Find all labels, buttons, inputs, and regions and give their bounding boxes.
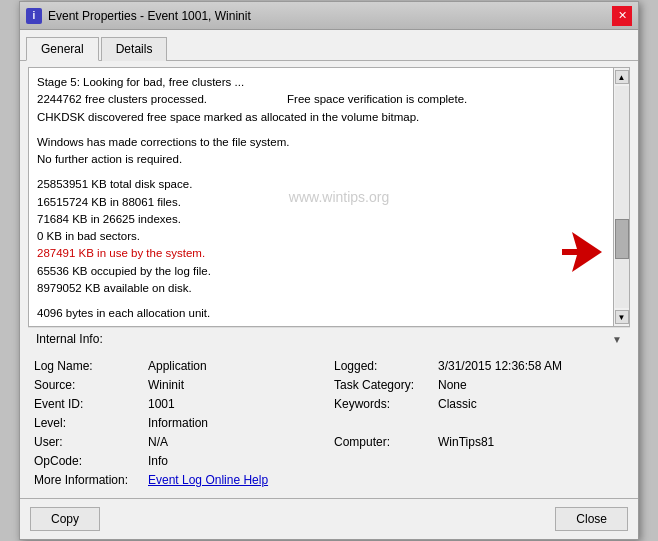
task-category-label: Task Category: xyxy=(334,377,434,393)
window-icon: i xyxy=(26,8,42,24)
scroll-up-button[interactable]: ▲ xyxy=(615,70,629,84)
log-name-value: Application xyxy=(144,358,334,374)
window-title: Event Properties - Event 1001, Wininit xyxy=(48,9,251,23)
user-label: User: xyxy=(34,434,144,450)
event-line-10: 71684 KB in 26625 indexes. xyxy=(37,211,605,228)
footer: Copy Close xyxy=(20,498,638,539)
event-line-6: No further action is required. xyxy=(37,151,605,168)
logged-label: Logged: xyxy=(334,358,434,374)
more-info-link-span: Event Log Online Help xyxy=(144,472,624,488)
event-line-1: Stage 5: Looking for bad, free clusters … xyxy=(37,74,605,91)
event-line-16: 4096 bytes in each allocation unit. xyxy=(37,305,605,322)
source-label: Source: xyxy=(34,377,144,393)
task-category-value: None xyxy=(434,377,624,393)
scroll-thumb[interactable] xyxy=(615,219,629,259)
event-line-9: 16515724 KB in 88061 files. xyxy=(37,194,605,211)
user-value: N/A xyxy=(144,434,334,450)
opcode-label: OpCode: xyxy=(34,453,144,469)
keywords-value: Classic xyxy=(434,396,624,412)
event-line-8: 25853951 KB total disk space. xyxy=(37,176,605,193)
event-line-5: Windows has made corrections to the file… xyxy=(37,134,605,151)
scroll-track[interactable] xyxy=(615,86,629,308)
info-grid: Log Name: Application Logged: 3/31/2015 … xyxy=(28,350,630,492)
close-button[interactable]: Close xyxy=(555,507,628,531)
internal-info-label: Internal Info: xyxy=(36,332,103,346)
title-bar: i Event Properties - Event 1001, Wininit… xyxy=(20,2,638,30)
opcode-value: Info xyxy=(144,453,334,469)
event-line-2: 2244762 free clusters processed. Free sp… xyxy=(37,91,605,108)
more-info-label: More Information: xyxy=(34,472,144,488)
event-text-box: Stage 5: Looking for bad, free clusters … xyxy=(28,67,630,327)
event-properties-window: i Event Properties - Event 1001, Wininit… xyxy=(19,1,639,540)
level-label: Level: xyxy=(34,415,144,431)
event-line-12: 287491 KB in use by the system. xyxy=(37,245,605,262)
scrollbar: ▲ ▼ xyxy=(613,68,629,326)
logged-value: 3/31/2015 12:36:58 AM xyxy=(434,358,624,374)
event-log-online-help-link[interactable]: Event Log Online Help xyxy=(148,473,268,487)
computer-value: WinTips81 xyxy=(434,434,624,450)
internal-info-row: Internal Info: ▼ xyxy=(28,327,630,350)
content-area: Stage 5: Looking for bad, free clusters … xyxy=(20,61,638,498)
close-window-button[interactable]: ✕ xyxy=(612,6,632,26)
event-text: Stage 5: Looking for bad, free clusters … xyxy=(29,68,613,326)
event-id-label: Event ID: xyxy=(34,396,144,412)
internal-info-chevron[interactable]: ▼ xyxy=(612,334,622,345)
scroll-down-button[interactable]: ▼ xyxy=(615,310,629,324)
event-line-13: 65536 KB occupied by the log file. xyxy=(37,263,605,280)
event-line-11: 0 KB in bad sectors. xyxy=(37,228,605,245)
event-line-17: 6463487 total allocation units on disk. xyxy=(37,322,605,326)
event-line-14: 8979052 KB available on disk. xyxy=(37,280,605,297)
source-value: Wininit xyxy=(144,377,334,393)
log-name-label: Log Name: xyxy=(34,358,144,374)
title-bar-left: i Event Properties - Event 1001, Wininit xyxy=(26,8,251,24)
copy-button[interactable]: Copy xyxy=(30,507,100,531)
computer-label: Computer: xyxy=(334,434,434,450)
event-id-value: 1001 xyxy=(144,396,334,412)
tab-details[interactable]: Details xyxy=(101,37,168,61)
keywords-label: Keywords: xyxy=(334,396,434,412)
tab-general[interactable]: General xyxy=(26,37,99,61)
level-value: Information xyxy=(144,415,334,431)
event-line-3: CHKDSK discovered free space marked as a… xyxy=(37,109,605,126)
tab-bar: General Details xyxy=(20,30,638,61)
